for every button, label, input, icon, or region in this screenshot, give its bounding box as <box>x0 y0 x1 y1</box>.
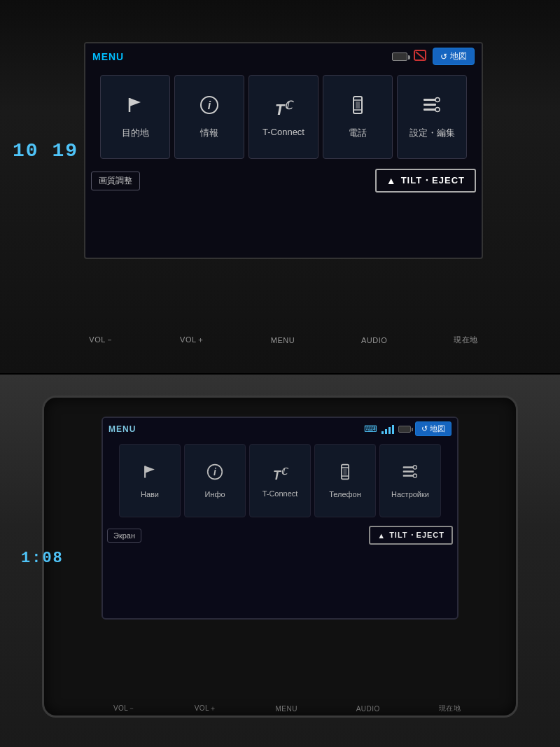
svg-rect-25 <box>403 475 414 477</box>
menu-item-tconnect-b[interactable]: Tℂ T-Connect <box>249 444 311 517</box>
bottom-screen-header: MENU ⌨ ↺ 地図 <box>103 418 457 440</box>
bottom-section: 1:08 MENU ⌨ ↺ 地図 <box>0 375 560 747</box>
top-menu-grid: 目的地 i 情報 Tℂ T-Connect <box>85 69 482 165</box>
menu-item-info[interactable]: i 情報 <box>174 75 244 159</box>
menu-item-settings[interactable]: 設定・編集 <box>397 75 467 159</box>
audio-btn[interactable]: AUDIO <box>361 336 387 344</box>
signal-bar-4 <box>392 425 394 434</box>
info-icon-b: i <box>206 463 223 484</box>
svg-rect-10 <box>424 99 436 101</box>
svg-text:i: i <box>208 99 211 111</box>
bottom-menu-label: MENU <box>108 424 136 434</box>
flag-icon-b <box>141 463 158 484</box>
top-screen-header: MENU ↺ 地図 <box>85 43 482 69</box>
signal-bar-3 <box>388 427 391 434</box>
tilt-eject-button-b[interactable]: ▲ TILT・EJECT <box>369 526 453 545</box>
vol-minus-btn[interactable]: VOL－ <box>89 335 113 345</box>
bottom-map-button[interactable]: ↺ 地図 <box>415 421 451 436</box>
tconnect-label: T-Connect <box>262 127 304 137</box>
signal-bar-1 <box>382 431 384 434</box>
svg-rect-23 <box>403 466 414 468</box>
bottom-header-icons: ⌨ ↺ 地図 <box>364 421 451 436</box>
menu-btn[interactable]: MENU <box>271 336 295 344</box>
menu-item-phone-b[interactable]: Телефон <box>314 444 376 517</box>
menu-item-navi[interactable]: Нави <box>119 444 181 517</box>
bottom-screen: MENU ⌨ ↺ 地図 <box>102 417 458 620</box>
phone-label-b: Телефон <box>329 490 361 498</box>
eject-icon: ▲ <box>386 175 397 186</box>
info-label-b: Инфо <box>204 490 225 498</box>
top-menu-label: MENU <box>92 51 124 62</box>
navi-label: Нави <box>141 490 159 498</box>
svg-rect-9 <box>356 102 360 109</box>
tilt-eject-label: TILT・EJECT <box>401 174 465 187</box>
svg-text:i: i <box>214 467 217 477</box>
menu-item-destination[interactable]: 目的地 <box>100 75 170 159</box>
vol-plus-btn[interactable]: VOL＋ <box>180 335 204 345</box>
info-label: 情報 <box>200 127 218 139</box>
svg-rect-12 <box>424 109 436 111</box>
top-map-button[interactable]: ↺ 地図 <box>433 48 475 65</box>
phone-icon <box>348 95 368 120</box>
vol-plus-btn-b[interactable]: VOL＋ <box>195 704 217 713</box>
section-divider <box>0 373 560 375</box>
top-screen: MENU ↺ 地図 <box>84 42 483 259</box>
svg-rect-22 <box>343 468 346 475</box>
signal-bars-icon <box>382 424 394 434</box>
bluetooth-icon: ⌨ <box>364 424 377 434</box>
tc-icon: Tℂ <box>275 97 292 120</box>
phone-icon-b <box>337 463 354 484</box>
menu-item-phone[interactable]: 電話 <box>323 75 393 159</box>
svg-rect-24 <box>403 470 414 473</box>
back-arrow-icon-b: ↺ <box>421 424 428 433</box>
menu-btn-b[interactable]: MENU <box>275 705 297 713</box>
signal-bar-2 <box>385 429 387 434</box>
vol-minus-btn-b[interactable]: VOL－ <box>113 704 136 713</box>
map-button-label: 地図 <box>450 50 467 62</box>
bottom-screen-bottom-bar: Экран ▲ TILT・EJECT <box>103 523 457 547</box>
svg-marker-16 <box>145 466 155 473</box>
top-physical-buttons: VOL－ VOL＋ MENU AUDIO 現在地 <box>56 335 511 345</box>
settings-icon-b <box>402 463 419 484</box>
no-signal-icon <box>413 49 427 64</box>
tilt-eject-label-b: TILT・EJECT <box>389 530 444 540</box>
menu-item-tconnect[interactable]: Tℂ T-Connect <box>248 75 318 159</box>
svg-line-1 <box>416 52 424 59</box>
tconnect-label-b: T-Connect <box>262 489 298 498</box>
tilt-eject-button[interactable]: ▲ TILT・EJECT <box>375 169 476 193</box>
svg-rect-11 <box>424 104 436 106</box>
phone-label: 電話 <box>349 127 367 139</box>
settings-label-b: Настройки <box>391 490 429 498</box>
back-arrow-icon: ↺ <box>440 52 447 62</box>
top-section: 10 19 MENU ↺ 地図 <box>0 0 560 373</box>
menu-item-info-b[interactable]: i Инфо <box>184 444 246 517</box>
top-time-display: 10 19 <box>13 140 78 162</box>
info-icon: i <box>200 95 219 120</box>
menu-item-settings-b[interactable]: Настройки <box>379 444 441 517</box>
battery-icon <box>392 53 407 61</box>
destination-label: 目的地 <box>122 127 149 139</box>
current-location-btn-b[interactable]: 現在地 <box>439 704 461 713</box>
bottom-physical-buttons: VOL－ VOL＋ MENU AUDIO 現在地 <box>84 704 490 713</box>
flag-icon <box>125 95 145 120</box>
quality-button[interactable]: 画質調整 <box>91 172 140 190</box>
bottom-time-display: 1:08 <box>21 550 64 567</box>
current-location-btn[interactable]: 現在地 <box>454 335 478 345</box>
battery-icon-bottom <box>398 426 411 433</box>
svg-marker-3 <box>130 98 141 106</box>
settings-icon <box>422 95 442 120</box>
audio-btn-b[interactable]: AUDIO <box>356 705 380 713</box>
tc-icon-b: Tℂ <box>273 464 287 484</box>
bottom-menu-grid: Нави i Инфо Tℂ T-Connect <box>103 440 457 522</box>
map-button-label-b: 地図 <box>430 424 445 434</box>
top-header-icons: ↺ 地図 <box>392 48 475 65</box>
top-screen-bottom-bar: 画質調整 ▲ TILT・EJECT <box>85 166 482 195</box>
eject-icon-b: ▲ <box>377 531 386 540</box>
quality-button-b[interactable]: Экран <box>107 529 141 543</box>
settings-label: 設定・編集 <box>410 127 455 139</box>
